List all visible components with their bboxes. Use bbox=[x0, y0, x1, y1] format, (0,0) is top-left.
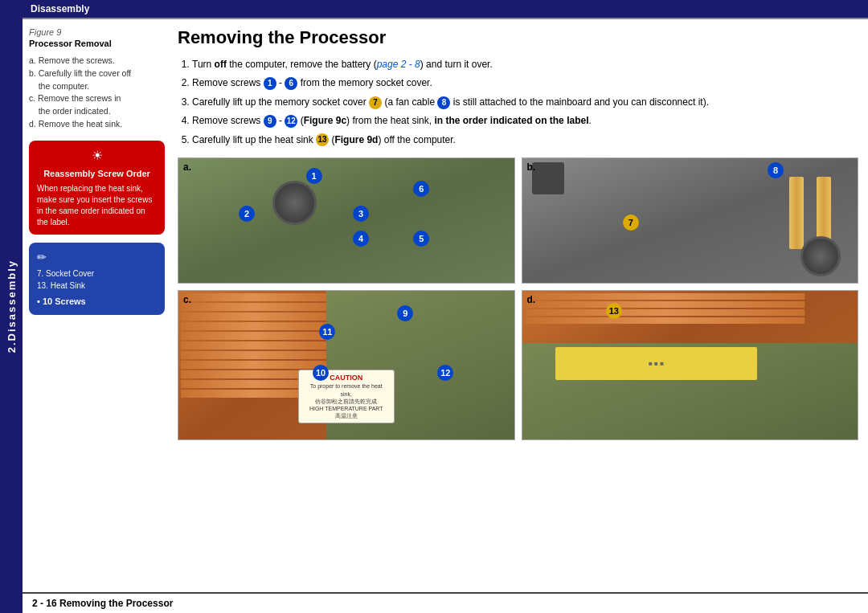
blue-bullet: • 10 Screws bbox=[37, 295, 157, 309]
figure-d: ■ ■ ■ 13 d. bbox=[522, 290, 859, 440]
badge-2-fig: 2 bbox=[239, 206, 255, 222]
red-box-title: Reassembly Screw Order bbox=[37, 168, 157, 180]
figure-label: Figure 9 bbox=[29, 27, 165, 37]
figure-d-label: d. bbox=[527, 294, 536, 305]
instructions: Turn off the computer, remove the batter… bbox=[178, 56, 858, 148]
badge-11-fig: 11 bbox=[319, 324, 335, 340]
badge-1: 1 bbox=[264, 77, 276, 90]
step-1: Turn off the computer, remove the batter… bbox=[192, 56, 858, 72]
caution-box: CAUTION To proper to remove the heat sin… bbox=[298, 370, 395, 423]
badge-1-fig: 1 bbox=[306, 168, 322, 184]
figure-a-image: 1 2 3 4 5 6 bbox=[178, 158, 514, 283]
badge-7-fig: 7 bbox=[623, 215, 639, 231]
badge-8-fig: 8 bbox=[768, 162, 784, 178]
top-bar: Disassembly bbox=[23, 0, 868, 19]
sidebar: 2.Disassembly bbox=[0, 0, 23, 613]
fin-d2 bbox=[525, 301, 806, 308]
main-content: Disassembly Figure 9 Processor Removal a… bbox=[23, 0, 868, 613]
yellow-label-d: ■ ■ ■ bbox=[555, 347, 757, 380]
fan-circle-a bbox=[272, 181, 317, 225]
figures-grid: 1 2 3 4 5 6 a. bbox=[178, 157, 858, 440]
fin-d3 bbox=[525, 309, 806, 316]
figure-d-image: ■ ■ ■ 13 bbox=[522, 291, 858, 439]
caption-b: b. Carefully lift the cover off the comp… bbox=[29, 67, 165, 93]
badge-5-fig: 5 bbox=[413, 231, 429, 247]
heatsink-fins-d bbox=[522, 291, 858, 343]
page-link[interactable]: page 2 - 8 bbox=[377, 59, 420, 70]
parts-list-box: ✏ 7. Socket Cover 13. Heat Sink • 10 Scr… bbox=[29, 243, 165, 315]
badge-12: 12 bbox=[285, 115, 297, 128]
caution-text: To proper to remove the heat sink,仿谷卸松之前… bbox=[304, 382, 389, 419]
figure-b-label: b. bbox=[527, 161, 536, 173]
fin-d1 bbox=[525, 293, 806, 300]
ram-slot-2 bbox=[789, 177, 804, 249]
fin-4 bbox=[181, 322, 327, 330]
badge-9: 9 bbox=[264, 115, 276, 128]
fin-8 bbox=[181, 361, 327, 369]
page-title: Removing the Processor bbox=[178, 27, 858, 48]
left-panel: Figure 9 Processor Removal a. Remove the… bbox=[23, 19, 171, 592]
step-3: Carefully lift up the memory socket cove… bbox=[192, 94, 858, 110]
caption-a: a. Remove the screws. bbox=[29, 55, 165, 67]
sun-icon: ☀ bbox=[37, 147, 157, 165]
figure-c-label: c. bbox=[183, 294, 191, 305]
bottom-bar-text: 2 - 16 Removing the Processor bbox=[32, 598, 173, 609]
figure-a-label: a. bbox=[183, 161, 191, 173]
fin-3 bbox=[181, 313, 327, 321]
caption-d: d. Remove the heat sink. bbox=[29, 118, 165, 131]
badge-6: 6 bbox=[285, 77, 297, 90]
pencil-icon: ✏ bbox=[37, 249, 157, 266]
right-content: Removing the Processor Turn off the comp… bbox=[171, 19, 868, 592]
badge-7: 7 bbox=[369, 96, 382, 109]
blue-item-1: 7. Socket Cover bbox=[37, 268, 157, 280]
badge-4-fig: 4 bbox=[353, 231, 369, 247]
caption-list: a. Remove the screws. b. Carefully lift … bbox=[29, 55, 165, 131]
fin-d4 bbox=[525, 317, 806, 324]
fin-7 bbox=[181, 351, 327, 359]
figure-title: Processor Removal bbox=[29, 39, 165, 48]
figure-a: 1 2 3 4 5 6 a. bbox=[178, 157, 515, 284]
content-area: Figure 9 Processor Removal a. Remove the… bbox=[23, 19, 868, 592]
badge-6-fig: 6 bbox=[413, 181, 429, 197]
blue-item-2: 13. Heat Sink bbox=[37, 280, 157, 292]
badge-13: 13 bbox=[316, 133, 329, 146]
fin-5 bbox=[181, 332, 327, 340]
top-bar-title: Disassembly bbox=[31, 3, 89, 14]
red-box-body: When replacing the heat sink, make sure … bbox=[37, 183, 157, 228]
step-5: Carefully lift up the heat sink 13 (Figu… bbox=[192, 132, 858, 148]
bottom-bar: 2 - 16 Removing the Processor bbox=[23, 592, 868, 613]
reassembly-screw-order-box: ☀ Reassembly Screw Order When replacing … bbox=[29, 141, 165, 235]
badge-3-fig: 3 bbox=[353, 206, 369, 222]
fin-2 bbox=[181, 303, 327, 311]
fan-circle-b bbox=[800, 236, 841, 276]
figure-c: CAUTION To proper to remove the heat sin… bbox=[178, 290, 515, 440]
step-4: Remove screws 9 - 12 (Figure 9c) from th… bbox=[192, 112, 858, 129]
fin-1 bbox=[181, 293, 327, 301]
badge-8: 8 bbox=[437, 96, 450, 109]
figure-c-image: CAUTION To proper to remove the heat sin… bbox=[178, 291, 514, 439]
badge-13-fig: 13 bbox=[606, 303, 622, 319]
step-2: Remove screws 1 - 6 from the memory sock… bbox=[192, 75, 858, 91]
figure-b-image: 7 8 bbox=[522, 158, 858, 283]
caption-c: c. Remove the screws in the order indica… bbox=[29, 92, 165, 118]
sidebar-label: 2.Disassembly bbox=[6, 260, 18, 353]
figure-b: 7 8 b. bbox=[522, 157, 859, 284]
fin-6 bbox=[181, 341, 327, 349]
component-b bbox=[532, 162, 564, 194]
